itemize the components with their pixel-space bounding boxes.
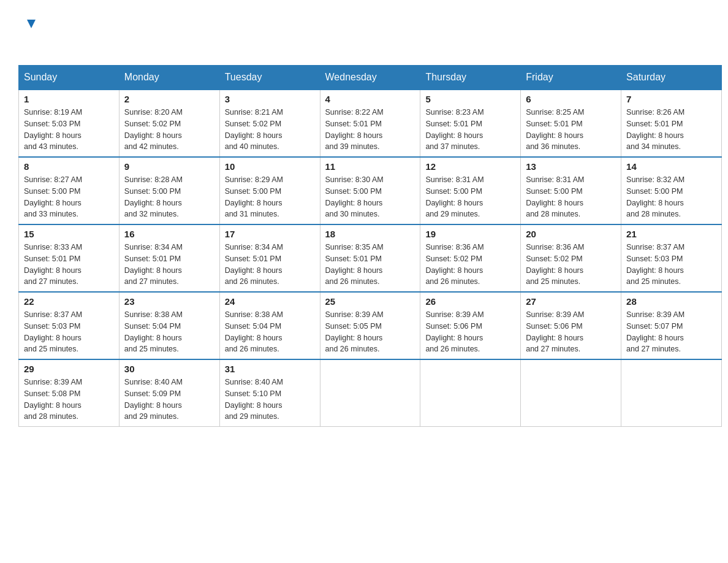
- calendar-cell: 8 Sunrise: 8:27 AM Sunset: 5:00 PM Dayli…: [19, 157, 119, 224]
- calendar-cell: 17 Sunrise: 8:34 AM Sunset: 5:01 PM Dayl…: [219, 224, 320, 292]
- calendar-cell: 19 Sunrise: 8:36 AM Sunset: 5:02 PM Dayl…: [420, 224, 521, 292]
- day-info: Sunrise: 8:34 AM Sunset: 5:01 PM Dayligh…: [225, 242, 315, 288]
- calendar-cell: 20 Sunrise: 8:36 AM Sunset: 5:02 PM Dayl…: [521, 224, 621, 292]
- day-number: 2: [124, 94, 214, 104]
- day-info: Sunrise: 8:27 AM Sunset: 5:00 PM Dayligh…: [24, 174, 114, 220]
- calendar-cell: 31 Sunrise: 8:40 AM Sunset: 5:10 PM Dayl…: [219, 359, 320, 427]
- header-wednesday: Wednesday: [320, 66, 420, 90]
- calendar-cell: 18 Sunrise: 8:35 AM Sunset: 5:01 PM Dayl…: [320, 224, 420, 292]
- day-info: Sunrise: 8:39 AM Sunset: 5:05 PM Dayligh…: [325, 309, 415, 355]
- calendar-cell: [621, 359, 722, 427]
- day-info: Sunrise: 8:28 AM Sunset: 5:00 PM Dayligh…: [124, 174, 214, 220]
- day-number: 19: [425, 229, 515, 239]
- day-number: 18: [325, 229, 415, 239]
- calendar-cell: 27 Sunrise: 8:39 AM Sunset: 5:06 PM Dayl…: [521, 292, 621, 359]
- day-number: 10: [225, 161, 315, 172]
- calendar-cell: 5 Sunrise: 8:23 AM Sunset: 5:01 PM Dayli…: [420, 90, 521, 157]
- day-info: Sunrise: 8:40 AM Sunset: 5:09 PM Dayligh…: [124, 377, 214, 423]
- day-info: Sunrise: 8:21 AM Sunset: 5:02 PM Dayligh…: [225, 107, 315, 153]
- day-info: Sunrise: 8:37 AM Sunset: 5:03 PM Dayligh…: [24, 309, 114, 355]
- calendar-cell: [521, 359, 621, 427]
- day-number: 8: [24, 161, 114, 172]
- calendar-cell: 16 Sunrise: 8:34 AM Sunset: 5:01 PM Dayl…: [119, 224, 219, 292]
- header-saturday: Saturday: [621, 66, 722, 90]
- day-info: Sunrise: 8:39 AM Sunset: 5:06 PM Dayligh…: [526, 309, 616, 355]
- day-info: Sunrise: 8:36 AM Sunset: 5:02 PM Dayligh…: [425, 242, 515, 288]
- day-info: Sunrise: 8:29 AM Sunset: 5:00 PM Dayligh…: [225, 174, 315, 220]
- header-friday: Friday: [521, 66, 621, 90]
- calendar-cell: 2 Sunrise: 8:20 AM Sunset: 5:02 PM Dayli…: [119, 90, 219, 157]
- calendar-cell: 21 Sunrise: 8:37 AM Sunset: 5:03 PM Dayl…: [621, 224, 722, 292]
- day-number: 21: [626, 229, 716, 239]
- day-number: 11: [325, 161, 415, 172]
- day-info: Sunrise: 8:32 AM Sunset: 5:00 PM Dayligh…: [626, 174, 716, 220]
- calendar-cell: 29 Sunrise: 8:39 AM Sunset: 5:08 PM Dayl…: [19, 359, 119, 427]
- week-row-5: 29 Sunrise: 8:39 AM Sunset: 5:08 PM Dayl…: [19, 359, 722, 427]
- day-info: Sunrise: 8:19 AM Sunset: 5:03 PM Dayligh…: [24, 107, 114, 153]
- day-number: 12: [425, 161, 515, 172]
- calendar-cell: 15 Sunrise: 8:33 AM Sunset: 5:01 PM Dayl…: [19, 224, 119, 292]
- day-info: Sunrise: 8:31 AM Sunset: 5:00 PM Dayligh…: [526, 174, 616, 220]
- calendar-cell: 13 Sunrise: 8:31 AM Sunset: 5:00 PM Dayl…: [521, 157, 621, 224]
- day-info: Sunrise: 8:38 AM Sunset: 5:04 PM Dayligh…: [225, 309, 315, 355]
- calendar-cell: 25 Sunrise: 8:39 AM Sunset: 5:05 PM Dayl…: [320, 292, 420, 359]
- calendar-cell: [420, 359, 521, 427]
- calendar-cell: 7 Sunrise: 8:26 AM Sunset: 5:01 PM Dayli…: [621, 90, 722, 157]
- day-number: 25: [325, 296, 415, 307]
- day-info: Sunrise: 8:26 AM Sunset: 5:01 PM Dayligh…: [626, 107, 716, 153]
- calendar-cell: 23 Sunrise: 8:38 AM Sunset: 5:04 PM Dayl…: [119, 292, 219, 359]
- day-info: Sunrise: 8:34 AM Sunset: 5:01 PM Dayligh…: [124, 242, 214, 288]
- day-number: 3: [225, 94, 315, 104]
- day-number: 9: [124, 161, 214, 172]
- day-info: Sunrise: 8:35 AM Sunset: 5:01 PM Dayligh…: [325, 242, 415, 288]
- day-number: 20: [526, 229, 616, 239]
- header-thursday: Thursday: [420, 66, 521, 90]
- day-info: Sunrise: 8:22 AM Sunset: 5:01 PM Dayligh…: [325, 107, 415, 153]
- day-info: Sunrise: 8:38 AM Sunset: 5:04 PM Dayligh…: [124, 309, 214, 355]
- day-number: 14: [626, 161, 716, 172]
- calendar-cell: 9 Sunrise: 8:28 AM Sunset: 5:00 PM Dayli…: [119, 157, 219, 224]
- svg-marker-0: [27, 20, 36, 28]
- day-number: 29: [24, 364, 114, 374]
- day-info: Sunrise: 8:37 AM Sunset: 5:03 PM Dayligh…: [626, 242, 716, 288]
- day-number: 22: [24, 296, 114, 307]
- week-row-3: 15 Sunrise: 8:33 AM Sunset: 5:01 PM Dayl…: [19, 224, 722, 292]
- day-number: 24: [225, 296, 315, 307]
- header-sunday: Sunday: [19, 66, 119, 90]
- day-number: 27: [526, 296, 616, 307]
- calendar-cell: 12 Sunrise: 8:31 AM Sunset: 5:00 PM Dayl…: [420, 157, 521, 224]
- day-number: 4: [325, 94, 415, 104]
- day-info: Sunrise: 8:20 AM Sunset: 5:02 PM Dayligh…: [124, 107, 214, 153]
- day-number: 26: [425, 296, 515, 307]
- calendar-cell: 24 Sunrise: 8:38 AM Sunset: 5:04 PM Dayl…: [219, 292, 320, 359]
- day-info: Sunrise: 8:31 AM Sunset: 5:00 PM Dayligh…: [425, 174, 515, 220]
- day-info: Sunrise: 8:25 AM Sunset: 5:01 PM Dayligh…: [526, 107, 616, 153]
- day-info: Sunrise: 8:40 AM Sunset: 5:10 PM Dayligh…: [225, 377, 315, 423]
- calendar-cell: 22 Sunrise: 8:37 AM Sunset: 5:03 PM Dayl…: [19, 292, 119, 359]
- week-row-4: 22 Sunrise: 8:37 AM Sunset: 5:03 PM Dayl…: [19, 292, 722, 359]
- calendar-table: SundayMondayTuesdayWednesdayThursdayFrid…: [18, 65, 722, 427]
- calendar-header-row: SundayMondayTuesdayWednesdayThursdayFrid…: [19, 66, 722, 90]
- day-info: Sunrise: 8:30 AM Sunset: 5:00 PM Dayligh…: [325, 174, 415, 220]
- calendar-cell: 26 Sunrise: 8:39 AM Sunset: 5:06 PM Dayl…: [420, 292, 521, 359]
- day-number: 7: [626, 94, 716, 104]
- day-number: 15: [24, 229, 114, 239]
- day-number: 17: [225, 229, 315, 239]
- calendar-cell: 6 Sunrise: 8:25 AM Sunset: 5:01 PM Dayli…: [521, 90, 621, 157]
- day-info: Sunrise: 8:39 AM Sunset: 5:07 PM Dayligh…: [626, 309, 716, 355]
- day-number: 6: [526, 94, 616, 104]
- calendar-cell: 4 Sunrise: 8:22 AM Sunset: 5:01 PM Dayli…: [320, 90, 420, 157]
- calendar-cell: 14 Sunrise: 8:32 AM Sunset: 5:00 PM Dayl…: [621, 157, 722, 224]
- day-number: 13: [526, 161, 616, 172]
- day-number: 23: [124, 296, 214, 307]
- calendar-cell: 11 Sunrise: 8:30 AM Sunset: 5:00 PM Dayl…: [320, 157, 420, 224]
- logo-triangle-icon: [26, 18, 37, 32]
- calendar-cell: [320, 359, 420, 427]
- calendar-cell: 10 Sunrise: 8:29 AM Sunset: 5:00 PM Dayl…: [219, 157, 320, 224]
- day-number: 5: [425, 94, 515, 104]
- calendar-cell: 1 Sunrise: 8:19 AM Sunset: 5:03 PM Dayli…: [19, 90, 119, 157]
- day-info: Sunrise: 8:39 AM Sunset: 5:08 PM Dayligh…: [24, 377, 114, 423]
- logo: [25, 18, 37, 53]
- day-number: 30: [124, 364, 214, 374]
- day-info: Sunrise: 8:23 AM Sunset: 5:01 PM Dayligh…: [425, 107, 515, 153]
